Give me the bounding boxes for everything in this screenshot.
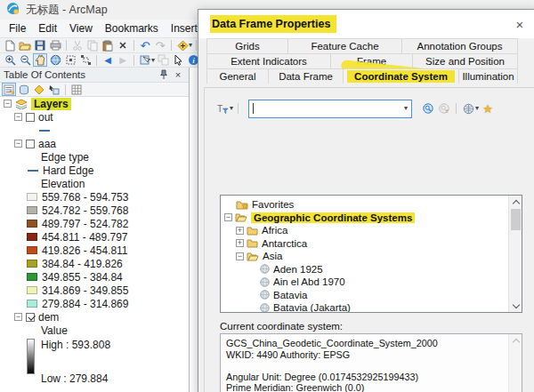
tab-coordinate-system[interactable]: Coordinate System: [344, 68, 459, 84]
layer-visibility-checkbox[interactable]: [26, 313, 35, 322]
list-by-drawing-order-icon[interactable]: [2, 83, 16, 96]
add-data-icon-dropdown-arrow[interactable]: ▾: [189, 42, 192, 49]
folder-icon: [247, 238, 258, 248]
scrollbar-thumb[interactable]: [511, 209, 521, 230]
toc-row-dem[interactable]: −dem: [0, 310, 189, 324]
fixed-zoom-out-icon[interactable]: [78, 53, 93, 67]
redo-icon[interactable]: ↷: [153, 39, 167, 52]
toc-toolbar: [0, 83, 189, 97]
legend-swatch: [27, 260, 37, 268]
toc-row-out[interactable]: −out: [0, 110, 189, 124]
data-frame-properties-dialog: Data Frame Properties × GridsFeature Cac…: [198, 9, 534, 392]
textbox-scrollbar[interactable]: [508, 334, 522, 392]
dialog-close-button[interactable]: ×: [510, 17, 530, 32]
tree-item-batavia-jakarta[interactable]: Batavia (Jakarta): [221, 301, 507, 313]
new-document-icon[interactable]: [3, 39, 17, 52]
zoom-in-icon[interactable]: [3, 53, 17, 67]
legend-heading: Edge type: [41, 151, 89, 164]
tab-annotation-groups[interactable]: Annotation Groups: [402, 38, 518, 53]
scroll-down-icon[interactable]: [509, 300, 522, 312]
tree-item-africa[interactable]: +Africa: [221, 224, 507, 237]
expander-icon[interactable]: −: [14, 313, 22, 321]
layer-label: Layers: [31, 98, 71, 110]
save-icon[interactable]: [33, 39, 47, 52]
full-extent-icon[interactable]: [48, 53, 62, 67]
add-coordinate-system-icon[interactable]: [461, 102, 475, 116]
expander-icon[interactable]: −: [224, 213, 232, 221]
close-icon[interactable]: ×: [171, 68, 185, 82]
add-data-icon[interactable]: [175, 39, 190, 52]
layer-visibility-checkbox[interactable]: [26, 140, 35, 148]
legend-swatch: [27, 286, 37, 294]
tab-extent-indicators[interactable]: Extent Indicators: [206, 53, 331, 68]
list-by-selection-icon[interactable]: [47, 83, 61, 96]
add-to-favorites-icon[interactable]: ★: [481, 102, 495, 116]
filter-icon-dropdown-arrow[interactable]: ▾: [230, 105, 233, 112]
scroll-up-icon[interactable]: [509, 196, 522, 208]
expander-icon[interactable]: −: [236, 252, 244, 260]
print-icon[interactable]: [48, 39, 62, 52]
tree-item-antarctica[interactable]: +Antarctica: [221, 237, 507, 251]
search-dropdown-arrow-icon[interactable]: ▾: [404, 105, 408, 112]
expander-icon[interactable]: −: [14, 113, 22, 121]
expander-icon[interactable]: −: [14, 140, 22, 148]
open-document-icon[interactable]: [18, 39, 32, 52]
select-features-icon-dropdown-arrow[interactable]: ▾: [151, 57, 155, 64]
toc-tree: −Layers−out−aaaEdge typeHard EdgeElevati…: [0, 97, 189, 392]
clear-search-icon[interactable]: [437, 102, 451, 116]
menu-bookmarks[interactable]: Bookmarks: [99, 20, 165, 36]
tree-item-batavia[interactable]: Batavia: [221, 289, 507, 302]
legend-label: 454.811 - 489.797: [42, 231, 128, 244]
expander-icon[interactable]: +: [236, 239, 244, 247]
undo-icon[interactable]: ↶: [138, 39, 152, 52]
tree-item-aden-1925[interactable]: Aden 1925: [221, 263, 507, 276]
menu-edit[interactable]: Edit: [32, 20, 63, 36]
tree-item-ain-el-abd-1970[interactable]: Ain el Abd 1970: [221, 276, 507, 289]
tab-feature-cache[interactable]: Feature Cache: [288, 38, 402, 53]
legend-swatch: [27, 206, 37, 214]
cut-icon[interactable]: [70, 39, 85, 52]
list-by-source-icon[interactable]: [17, 83, 31, 96]
tree-scrollbar[interactable]: [508, 196, 522, 312]
list-by-visibility-icon[interactable]: [32, 83, 46, 96]
back-icon[interactable]: ◀: [101, 53, 115, 67]
select-elements-icon[interactable]: [171, 53, 185, 67]
toc-row-layers[interactable]: −Layers: [0, 97, 189, 110]
fixed-zoom-in-icon[interactable]: [63, 53, 77, 67]
add-coordinate-system-icon-dropdown-arrow[interactable]: ▾: [475, 105, 479, 112]
toc-options-icon[interactable]: [69, 83, 84, 96]
forward-icon[interactable]: ▶: [116, 53, 130, 67]
coordinate-system-tree: Favorites−Geographic Coordinate Systems+…: [220, 195, 522, 313]
tab-row-3: GeneralData FrameCoordinate SystemIllumi…: [206, 68, 518, 84]
filter-icon[interactable]: T: [215, 102, 230, 116]
search-icon[interactable]: [421, 102, 435, 116]
layer-visibility-checkbox[interactable]: [26, 113, 35, 122]
legend-swatch: [27, 273, 37, 281]
paste-icon[interactable]: [101, 39, 115, 52]
tree-item-asia[interactable]: −Asia: [221, 250, 507, 263]
toc-row-aaa[interactable]: −aaa: [0, 137, 189, 150]
current-coordinate-system-textbox[interactable]: GCS_China_Geodetic_Coordinate_System_200…: [220, 333, 522, 392]
tab-size-and-position[interactable]: Size and Position: [413, 53, 518, 68]
pan-icon[interactable]: [33, 53, 47, 67]
select-features-icon[interactable]: [138, 53, 152, 67]
tree-item-favorites[interactable]: Favorites: [221, 198, 507, 212]
tab-data-frame[interactable]: Data Frame: [269, 68, 344, 84]
expander-icon[interactable]: −: [4, 100, 12, 108]
tree-item-label: Batavia (Jakarta): [273, 302, 351, 313]
tree-item-label: Favorites: [252, 199, 294, 210]
scroll-up-icon[interactable]: [509, 334, 522, 347]
pin-icon[interactable]: [157, 68, 171, 82]
tree-item-geographic-coordinate-systems[interactable]: −Geographic Coordinate Systems: [221, 212, 507, 225]
menu-file[interactable]: File: [3, 20, 32, 36]
clear-selection-icon[interactable]: [156, 53, 170, 67]
tab-illumination[interactable]: Illumination: [459, 68, 518, 84]
search-input[interactable]: ▾: [248, 100, 412, 118]
tab-general[interactable]: General: [206, 68, 269, 84]
copy-icon[interactable]: [85, 39, 100, 52]
zoom-out-icon[interactable]: [18, 53, 32, 67]
expander-icon[interactable]: +: [236, 227, 244, 235]
menu-view[interactable]: View: [63, 20, 99, 36]
tab-grids[interactable]: Grids: [206, 38, 288, 53]
delete-icon[interactable]: [116, 39, 130, 52]
